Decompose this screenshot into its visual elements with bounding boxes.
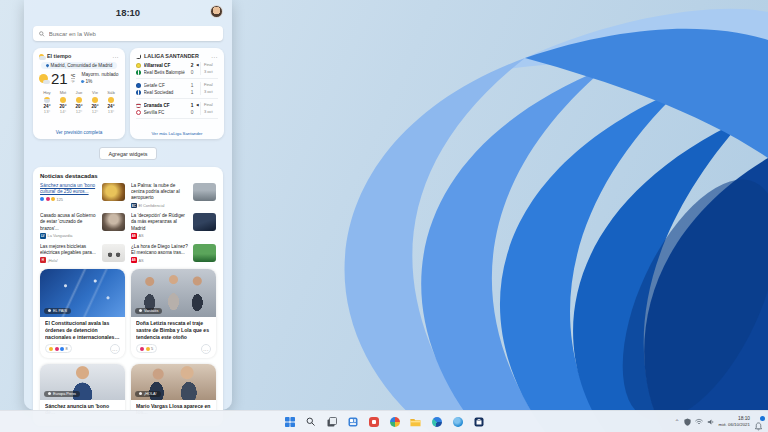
reaction-count: 5: [151, 346, 153, 351]
match-row[interactable]: Villarreal CF2◀ Real Betis Balompié0 Fin…: [136, 59, 218, 79]
news-title[interactable]: ¿La hora de Diego Laínez? El mexicano as…: [131, 244, 190, 256]
match-row[interactable]: Getafe CF1 Real Sociedad1 Final3 oct: [136, 79, 218, 99]
news-source: El Confidencial: [139, 203, 165, 208]
search-input[interactable]: [49, 31, 217, 37]
news-cards-row: EL PAÍS El Constitucional avala las órde…: [40, 269, 216, 358]
panel-header: 18:10: [33, 0, 223, 23]
news-list-item[interactable]: Casado acusa al Gobierno de estar 'cruza…: [40, 213, 125, 238]
search-bar[interactable]: [33, 26, 223, 41]
defender-shield-icon[interactable]: [684, 418, 691, 426]
news-thumbnail: [193, 183, 216, 201]
sunny-icon: [76, 97, 82, 103]
news-card[interactable]: EL PAÍS El Constitucional avala las órde…: [40, 269, 125, 358]
notification-bell-icon[interactable]: [754, 417, 764, 427]
source-pill: Europa Press: [44, 391, 80, 397]
reactions[interactable]: 125: [40, 197, 99, 202]
news-header: Noticias destacadas: [40, 173, 216, 179]
card-title[interactable]: El Constitucional avala las órdenes de d…: [45, 320, 120, 341]
edge-icon[interactable]: [430, 415, 443, 428]
match-status: Final3 oct: [200, 82, 218, 94]
news-title[interactable]: Casado acusa al Gobierno de estar 'cruza…: [40, 213, 99, 231]
more-button[interactable]: ...: [201, 344, 211, 354]
news-thumbnail: [193, 213, 216, 231]
news-list-item[interactable]: Sánchez anuncia un 'bono cultural' de 25…: [40, 183, 125, 208]
news-source: AS: [139, 233, 144, 238]
source-badge: AS: [131, 233, 137, 239]
news-title[interactable]: La 'decepción' de Rüdiger da más esperan…: [131, 213, 190, 231]
source-badge: H: [40, 257, 46, 263]
location-pin-icon: [45, 63, 49, 67]
news-list-item[interactable]: La Palma: la nube de ceniza podría afect…: [131, 183, 216, 208]
skype-icon[interactable]: [451, 415, 464, 428]
laliga-title: LALIGA SANTANDER: [144, 53, 208, 59]
weather-title: El tiempo: [47, 53, 109, 59]
card-title[interactable]: Doña Letizia rescata el traje sastre de …: [136, 320, 211, 341]
search-button[interactable]: [304, 415, 317, 428]
news-thumbnail: [193, 244, 216, 262]
news-thumbnail: [102, 244, 125, 262]
unit-fahrenheit[interactable]: °F: [71, 79, 76, 84]
news-card[interactable]: Vanitatis Doña Letizia rescata el traje …: [131, 269, 216, 358]
photos-icon[interactable]: [367, 415, 380, 428]
sevilla-crest-icon: [136, 110, 141, 115]
laliga-more-link[interactable]: Ver más LaLiga Santander: [130, 131, 224, 136]
sunny-icon: [60, 97, 66, 103]
notification-badge: [760, 416, 765, 421]
card-image: EL PAÍS: [40, 269, 125, 317]
taskbar-clock[interactable]: 18:10 mié. 06/10/2021: [719, 416, 751, 427]
weather-full-forecast-link[interactable]: Ver previsión completa: [33, 130, 125, 135]
match-status: Final3 oct: [200, 62, 218, 74]
tray-chevron-icon[interactable]: ⌃: [674, 418, 679, 425]
forecast-day[interactable]: Sáb24°13°: [103, 90, 119, 114]
current-weather-icon: [39, 74, 48, 83]
widgets-panel: 18:10 El tiempo ... Madrid, Comunidad de…: [24, 0, 232, 410]
widgets-button[interactable]: [346, 415, 359, 428]
unit-toggle[interactable]: °C °F: [71, 73, 76, 85]
network-icon[interactable]: [695, 418, 703, 425]
weather-location[interactable]: Madrid, Comunidad de Madrid: [41, 62, 118, 69]
news-title[interactable]: Sánchez anuncia un 'bono cultural' de 25…: [40, 183, 99, 195]
forecast-day[interactable]: Jue20°12°: [71, 90, 87, 114]
sunny-icon: [108, 97, 114, 103]
weather-cloud-icon: [39, 54, 44, 59]
forecast-day[interactable]: Vie20°12°: [87, 90, 103, 114]
source-badge: LV: [40, 233, 46, 239]
news-list-item[interactable]: Las mejores bicicletas eléctricas plegab…: [40, 244, 125, 263]
more-button[interactable]: ...: [110, 344, 120, 354]
reactions[interactable]: 8: [45, 344, 72, 353]
forecast-day[interactable]: Mié20°14°: [55, 90, 71, 114]
reactions[interactable]: 5: [136, 344, 157, 353]
add-widgets-button[interactable]: Agregar widgets: [99, 147, 158, 160]
weather-widget[interactable]: El tiempo ... Madrid, Comunidad de Madri…: [33, 48, 125, 139]
betis-crest-icon: [136, 70, 141, 75]
realsociedad-crest-icon: [136, 90, 141, 95]
news-thumbnail: [102, 183, 125, 201]
volume-icon[interactable]: [707, 418, 715, 426]
card-image: Vanitatis: [131, 269, 216, 317]
paint-icon[interactable]: [388, 415, 401, 428]
tray-date: mié. 06/10/2021: [719, 422, 751, 428]
start-button[interactable]: [283, 415, 296, 428]
panel-clock: 18:10: [33, 0, 223, 18]
laliga-menu-button[interactable]: ...: [211, 55, 218, 58]
news-list-item[interactable]: La 'decepción' de Rüdiger da más esperan…: [131, 213, 216, 238]
partly-cloudy-icon: [44, 97, 50, 103]
match-row[interactable]: Granada CF1◀ Sevilla FC0 Final3 oct: [136, 99, 218, 119]
news-feed: Noticias destacadas Sánchez anuncia un '…: [33, 167, 223, 426]
laliga-widget[interactable]: LALIGA SANTANDER ... Villarreal CF2◀ Rea…: [130, 48, 224, 139]
forecast-day[interactable]: Hoy24°13°: [39, 90, 55, 114]
store-icon[interactable]: [472, 415, 485, 428]
news-thumbnail: [102, 213, 125, 231]
weather-menu-button[interactable]: ...: [112, 55, 119, 58]
precipitation-value: 1%: [85, 79, 92, 84]
news-source: AS: [139, 258, 144, 263]
news-title[interactable]: Las mejores bicicletas eléctricas plegab…: [40, 244, 99, 256]
widgets-row: El tiempo ... Madrid, Comunidad de Madri…: [33, 48, 223, 139]
user-avatar[interactable]: [210, 5, 223, 18]
news-title[interactable]: La Palma: la nube de ceniza podría afect…: [131, 183, 190, 201]
news-list-item[interactable]: ¿La hora de Diego Laínez? El mexicano as…: [131, 244, 216, 263]
file-explorer-icon[interactable]: [409, 415, 422, 428]
news-source: ¡Hola!: [48, 258, 58, 263]
task-view-button[interactable]: [325, 415, 338, 428]
soccer-ball-icon: [136, 54, 141, 59]
